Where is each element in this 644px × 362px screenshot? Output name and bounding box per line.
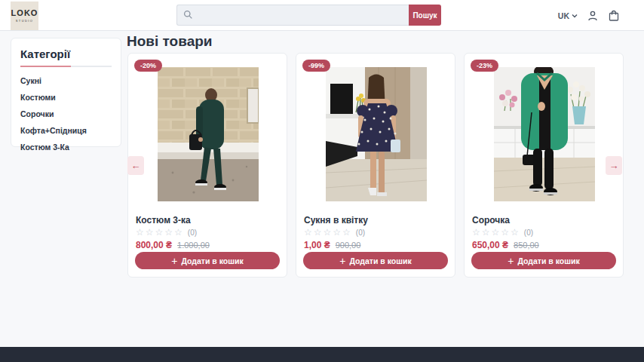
arrow-right-icon: → xyxy=(609,160,619,171)
header-actions: UK xyxy=(558,0,620,31)
arrow-left-icon: ← xyxy=(131,160,141,171)
add-to-cart-label: Додати в кошик xyxy=(181,256,243,265)
product-image[interactable] xyxy=(494,67,595,201)
logo-title: LOKO xyxy=(11,9,38,17)
sidebar-divider xyxy=(20,66,112,67)
product-image[interactable] xyxy=(326,67,427,201)
discount-badge: -23% xyxy=(471,60,498,72)
product-name[interactable]: Сукня в квітку xyxy=(304,215,368,225)
add-to-cart-button[interactable]: + Додати в кошик xyxy=(471,252,616,269)
search-field xyxy=(176,5,409,26)
price-current: 800,00 ₴ xyxy=(136,240,172,250)
sidebar-item-kostyum-3ka[interactable]: Костюм 3-Ка xyxy=(20,143,112,152)
category-list: Сукні Костюми Сорочки Кофта+Спідниця Кос… xyxy=(20,76,112,152)
footer xyxy=(0,347,644,362)
cart-icon[interactable] xyxy=(608,10,620,22)
price-current: 650,00 ₴ xyxy=(472,240,508,250)
product-rating: ☆☆☆☆☆ (0) xyxy=(136,228,197,237)
product-image[interactable] xyxy=(158,67,259,201)
product-rating: ☆☆☆☆☆ (0) xyxy=(472,228,533,237)
add-to-cart-button[interactable]: + Додати в кошик xyxy=(135,252,280,269)
sidebar-categories: Категорії Сукні Костюми Сорочки Кофта+Сп… xyxy=(11,38,121,147)
product-name[interactable]: Сорочка xyxy=(472,215,510,225)
product-card: -23% xyxy=(464,53,624,278)
price-old: 1.000,00 xyxy=(177,241,210,250)
page-title: Нові товари xyxy=(127,33,213,50)
product-photo-dress xyxy=(326,67,427,201)
product-card: -20% xyxy=(127,53,287,278)
product-photo-green-shirt xyxy=(494,67,595,201)
search-icon xyxy=(183,10,193,20)
sidebar-item-sorochky[interactable]: Сорочки xyxy=(20,109,112,118)
carousel-prev-button[interactable]: ← xyxy=(127,156,144,175)
plus-icon: + xyxy=(339,256,345,266)
add-to-cart-button[interactable]: + Додати в кошик xyxy=(303,252,448,269)
product-price: 650,00 ₴ 850,00 xyxy=(472,240,539,250)
product-name[interactable]: Костюм 3-ка xyxy=(136,215,191,225)
header: LOKO STUDIO Пошук UK xyxy=(0,0,644,31)
logo-subtitle: STUDIO xyxy=(16,19,34,23)
add-to-cart-label: Додати в кошик xyxy=(349,256,411,265)
star-icons: ☆☆☆☆☆ xyxy=(136,228,184,237)
chevron-down-icon xyxy=(572,14,578,18)
language-label: UK xyxy=(558,11,569,20)
search-button[interactable]: Пошук xyxy=(409,5,441,26)
star-icons: ☆☆☆☆☆ xyxy=(472,228,520,237)
add-to-cart-label: Додати в кошик xyxy=(517,256,579,265)
discount-badge: -20% xyxy=(134,60,162,72)
product-price: 1,00 ₴ 900,00 xyxy=(304,240,360,250)
search-input[interactable] xyxy=(176,5,409,26)
page: LOKO STUDIO Пошук UK xyxy=(0,0,644,362)
plus-icon: + xyxy=(171,256,177,266)
user-icon[interactable] xyxy=(587,10,599,22)
plus-icon: + xyxy=(508,256,514,266)
price-current: 1,00 ₴ xyxy=(304,240,330,250)
product-carousel: -20% xyxy=(127,53,624,278)
carousel-next-button[interactable]: → xyxy=(606,156,622,175)
product-photo-street-suit xyxy=(158,67,259,201)
search-bar: Пошук xyxy=(176,5,441,26)
rating-count: (0) xyxy=(524,229,533,237)
logo[interactable]: LOKO STUDIO xyxy=(11,2,38,30)
language-selector[interactable]: UK xyxy=(558,11,578,20)
sidebar-item-kofta-spidnytsya[interactable]: Кофта+Спідниця xyxy=(20,126,112,135)
product-card: -99% xyxy=(296,53,455,278)
discount-badge: -99% xyxy=(302,60,330,72)
product-price: 800,00 ₴ 1.000,00 xyxy=(136,240,210,250)
star-icons: ☆☆☆☆☆ xyxy=(304,228,352,237)
sidebar-title: Категорії xyxy=(20,48,112,60)
rating-count: (0) xyxy=(356,229,365,237)
sidebar-item-sukni[interactable]: Сукні xyxy=(20,76,112,85)
rating-count: (0) xyxy=(188,229,197,237)
sidebar-item-kostyumy[interactable]: Костюми xyxy=(20,93,112,102)
price-old: 850,00 xyxy=(514,241,539,250)
price-old: 900,00 xyxy=(336,241,361,250)
product-rating: ☆☆☆☆☆ (0) xyxy=(304,228,365,237)
